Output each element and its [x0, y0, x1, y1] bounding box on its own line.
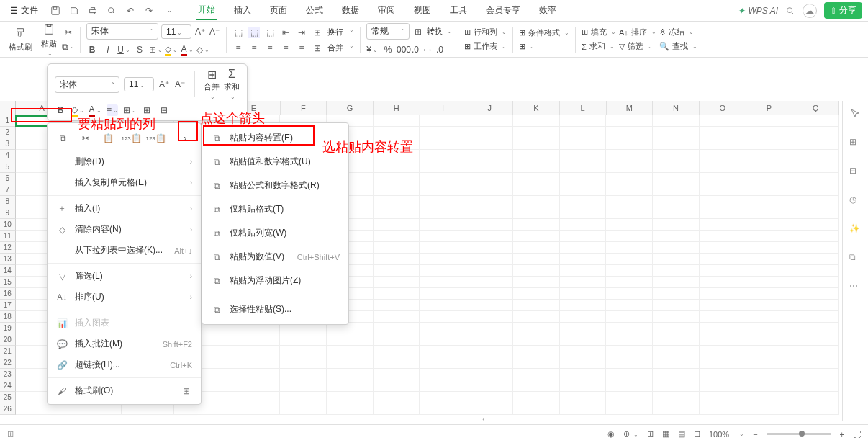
cell[interactable]	[560, 184, 607, 196]
copy-icon[interactable]: ⧉⌄	[63, 41, 74, 53]
zoom-out-icon[interactable]: −	[753, 430, 757, 439]
decrease-font-icon[interactable]: A⁻	[209, 26, 220, 37]
cell[interactable]	[374, 346, 420, 357]
row-header[interactable]: 20	[0, 334, 16, 346]
cell[interactable]	[606, 380, 653, 392]
sb-eye-icon[interactable]: ◉	[607, 429, 615, 439]
row-header[interactable]: 1	[0, 115, 16, 127]
cell[interactable]	[606, 242, 653, 254]
cell[interactable]	[513, 334, 560, 346]
cell[interactable]	[466, 207, 513, 219]
cell[interactable]	[374, 196, 420, 207]
number-format-select[interactable]: 常规⌄	[366, 23, 410, 40]
cell[interactable]	[653, 288, 700, 300]
side-presentation-icon[interactable]: ⊟	[849, 166, 862, 179]
justify-icon[interactable]: ≡	[280, 42, 291, 54]
cell[interactable]	[746, 207, 793, 219]
row-header[interactable]: 11	[0, 231, 16, 242]
cell[interactable]	[653, 173, 700, 184]
context-menu-item[interactable]: 💬插入批注(M)Shift+F2	[48, 334, 201, 354]
cell[interactable]	[653, 300, 700, 311]
preview-icon[interactable]	[106, 5, 117, 17]
align-bottom-icon[interactable]: ⬚	[264, 27, 276, 38]
cell[interactable]	[466, 138, 513, 150]
sb-view3-icon[interactable]: ▤	[678, 429, 685, 439]
cell[interactable]	[420, 231, 466, 242]
cell[interactable]	[792, 288, 839, 300]
cell[interactable]	[606, 334, 653, 346]
context-menu-item[interactable]: 🖌格式刷(O)⊞	[48, 380, 201, 401]
mini-border-icon[interactable]: ⊞⌄	[124, 104, 135, 116]
cell[interactable]	[560, 380, 607, 392]
cell[interactable]	[420, 357, 466, 369]
row-header[interactable]: 10	[0, 219, 16, 231]
column-header[interactable]: H	[374, 101, 420, 115]
side-magic-icon[interactable]: ✨	[849, 223, 862, 236]
cell[interactable]	[700, 369, 746, 380]
cell[interactable]	[513, 150, 560, 161]
cell[interactable]	[466, 323, 513, 334]
cell[interactable]	[792, 184, 839, 196]
cell[interactable]	[653, 161, 700, 173]
cell[interactable]	[513, 127, 560, 138]
cell[interactable]	[374, 254, 420, 265]
row-header[interactable]: 15	[0, 277, 16, 288]
align-top-icon[interactable]: ⬚	[232, 27, 244, 38]
cell[interactable]	[560, 207, 607, 219]
cloud-icon[interactable]: ☁	[803, 4, 817, 18]
cell[interactable]	[792, 161, 839, 173]
cell[interactable]	[653, 150, 700, 161]
cell[interactable]	[653, 323, 700, 334]
sort-button[interactable]: A↓ 排序 ⌄	[619, 27, 656, 37]
cell[interactable]	[792, 196, 839, 207]
cell[interactable]	[466, 277, 513, 288]
sb-view2-icon[interactable]: ▦	[662, 429, 669, 439]
cell[interactable]	[420, 288, 466, 300]
cell[interactable]	[700, 346, 746, 357]
cell[interactable]	[700, 277, 746, 288]
cell[interactable]	[280, 380, 327, 392]
cell[interactable]	[653, 357, 700, 369]
tab-review[interactable]: 审阅	[376, 1, 397, 19]
cell[interactable]	[560, 150, 607, 161]
cell[interactable]	[746, 277, 793, 288]
cell[interactable]	[466, 242, 513, 254]
column-header[interactable]: L	[560, 101, 607, 115]
cell[interactable]	[746, 231, 793, 242]
filter-button[interactable]: ▽ 筛选 ⌄	[619, 41, 656, 52]
cell[interactable]	[513, 300, 560, 311]
cell[interactable]	[700, 380, 746, 392]
ctx-paste-icon[interactable]: 📋	[99, 130, 116, 146]
cell[interactable]	[606, 184, 653, 196]
column-header[interactable]: M	[607, 101, 654, 115]
decrease-decimal-icon[interactable]: ←.0	[430, 44, 441, 55]
cell[interactable]	[513, 380, 560, 392]
cell[interactable]	[700, 334, 746, 346]
cell[interactable]	[513, 311, 560, 323]
cell[interactable]	[653, 127, 700, 138]
cell[interactable]	[560, 254, 607, 265]
fill-button[interactable]: ⊞ 填充 ⌄	[582, 27, 616, 37]
cell[interactable]	[420, 219, 466, 231]
cell[interactable]	[746, 380, 793, 392]
ctx-copy-icon[interactable]: ⧉	[55, 130, 71, 146]
cell[interactable]	[466, 254, 513, 265]
context-menu-item[interactable]: A↓排序(U)›	[48, 287, 201, 308]
undo-icon[interactable]: ↶	[125, 5, 136, 17]
qat-dropdown-icon[interactable]: ⌄	[163, 5, 175, 17]
indent-left-icon[interactable]: ⇤	[280, 27, 291, 38]
tab-insert[interactable]: 插入	[232, 1, 253, 19]
cell[interactable]	[653, 392, 700, 403]
align-right-icon[interactable]: ≡	[264, 42, 276, 54]
cell[interactable]	[606, 288, 653, 300]
cell[interactable]	[466, 357, 513, 369]
zoom-slider[interactable]	[767, 433, 831, 435]
row-header[interactable]: 13	[0, 254, 16, 265]
cell[interactable]	[653, 277, 700, 288]
horizontal-scrollbar[interactable]: ‹ ›	[0, 413, 839, 424]
cell[interactable]	[374, 173, 420, 184]
tab-view[interactable]: 视图	[412, 1, 433, 19]
cell[interactable]	[700, 254, 746, 265]
side-backup-icon[interactable]: ◷	[849, 194, 862, 207]
row-header[interactable]: 12	[0, 242, 16, 254]
